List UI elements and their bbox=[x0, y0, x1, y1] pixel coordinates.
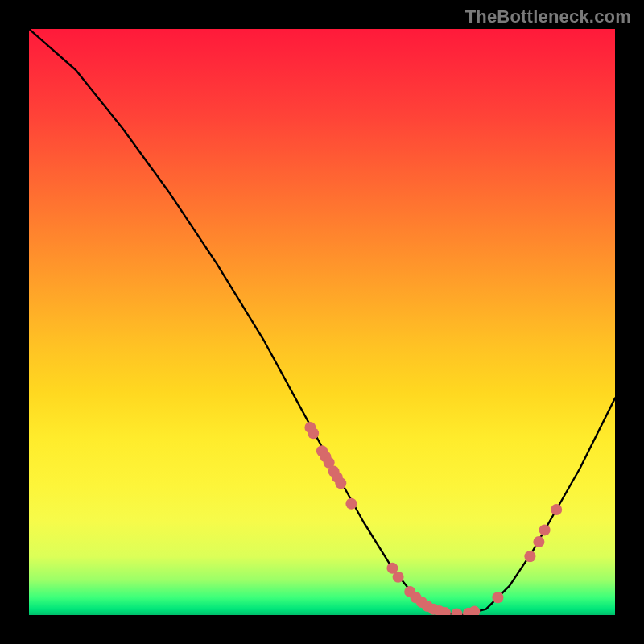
curve-marker bbox=[451, 609, 462, 616]
plot-area bbox=[29, 29, 615, 615]
curve-marker bbox=[393, 572, 404, 583]
curve-marker bbox=[335, 477, 346, 489]
curve-layer bbox=[29, 29, 615, 615]
curve-marker bbox=[533, 536, 544, 547]
curve-marker bbox=[308, 427, 319, 439]
curve-marker bbox=[469, 606, 480, 615]
curve-marker bbox=[539, 524, 551, 535]
curve-marker bbox=[551, 504, 562, 515]
attribution-label: TheBottleneck.com bbox=[465, 6, 631, 27]
chart-stage: TheBottleneck.com bbox=[0, 0, 644, 644]
curve-marker bbox=[345, 498, 357, 510]
bottleneck-curve bbox=[29, 29, 615, 615]
curve-marker bbox=[524, 551, 535, 562]
curve-markers bbox=[304, 422, 562, 615]
curve-marker bbox=[492, 592, 503, 603]
